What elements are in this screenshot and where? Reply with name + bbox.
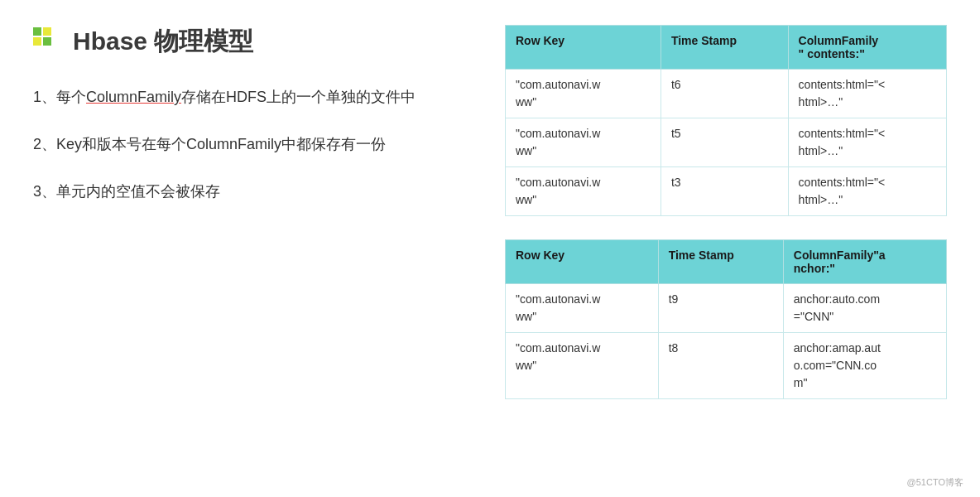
t1-r3-ts: t3 [661, 167, 788, 216]
t2-r2-rowkey: "com.autonavi.www" [506, 333, 659, 399]
t1-r2-rowkey: "com.autonavi.www" [506, 118, 661, 167]
svg-rect-1 [43, 27, 51, 36]
list-item-3: 3、单元内的空值不会被保存 [33, 180, 472, 204]
table1-header-row: Row Key Time Stamp ColumnFamily" content… [506, 26, 947, 70]
svg-rect-2 [33, 37, 41, 46]
table1-header-cf: ColumnFamily" contents:" [788, 26, 946, 70]
table-row: "com.autonavi.www" t9 anchor:auto.com="C… [506, 284, 947, 333]
title-row: Hbase 物理模型 [33, 25, 472, 59]
t1-r1-ts: t6 [661, 70, 788, 118]
table2-header-row: Row Key Time Stamp ColumnFamily"anchor:" [506, 240, 947, 284]
t1-r3-val: contents:html="<html>…" [788, 167, 946, 216]
t2-r1-rowkey: "com.autonavi.www" [506, 284, 659, 333]
table-row: "com.autonavi.www" t8 anchor:amap.auto.c… [506, 333, 947, 399]
page-title: Hbase 物理模型 [73, 25, 253, 59]
table-contents: Row Key Time Stamp ColumnFamily" content… [505, 25, 947, 216]
left-panel: Hbase 物理模型 1、每个ColumnFamily存储在HDFS上的一个单独… [33, 25, 472, 472]
title-icon [33, 27, 63, 57]
right-panel: Row Key Time Stamp ColumnFamily" content… [505, 25, 947, 472]
table1-header-timestamp: Time Stamp [661, 26, 788, 70]
t1-r2-ts: t5 [661, 118, 788, 167]
t1-r2-val: contents:html="<html>…" [788, 118, 946, 167]
t2-r2-val: anchor:amap.auto.com="CNN.com" [783, 333, 946, 399]
table2-header-timestamp: Time Stamp [658, 240, 783, 284]
t2-r1-ts: t9 [658, 284, 783, 333]
svg-rect-0 [33, 27, 41, 36]
t2-r1-val: anchor:auto.com="CNN" [783, 284, 946, 333]
slide-container: Hbase 物理模型 1、每个ColumnFamily存储在HDFS上的一个单独… [0, 0, 980, 497]
table2-header-rowkey: Row Key [506, 240, 659, 284]
table-anchor: Row Key Time Stamp ColumnFamily"anchor:"… [505, 239, 947, 399]
watermark-text: @51CTO博客 [907, 476, 963, 489]
list-item-2: 2、Key和版本号在每个ColumnFamily中都保存有一份 [33, 133, 472, 157]
svg-rect-3 [43, 37, 51, 46]
t1-r1-val: contents:html="<html>…" [788, 70, 946, 118]
table2-header-cf: ColumnFamily"anchor:" [783, 240, 946, 284]
t1-r3-rowkey: "com.autonavi.www" [506, 167, 661, 216]
content-list: 1、每个ColumnFamily存储在HDFS上的一个单独的文件中 2、Key和… [33, 85, 472, 203]
table-row: "com.autonavi.www" t3 contents:html="<ht… [506, 167, 947, 216]
list-item-1: 1、每个ColumnFamily存储在HDFS上的一个单独的文件中 [33, 85, 472, 109]
table-row: "com.autonavi.www" t6 contents:html="<ht… [506, 70, 947, 118]
t1-r1-rowkey: "com.autonavi.www" [506, 70, 661, 118]
table1-header-rowkey: Row Key [506, 26, 661, 70]
underline-columnfamily: ColumnFamily [86, 89, 181, 105]
t2-r2-ts: t8 [658, 333, 783, 399]
table-row: "com.autonavi.www" t5 contents:html="<ht… [506, 118, 947, 167]
